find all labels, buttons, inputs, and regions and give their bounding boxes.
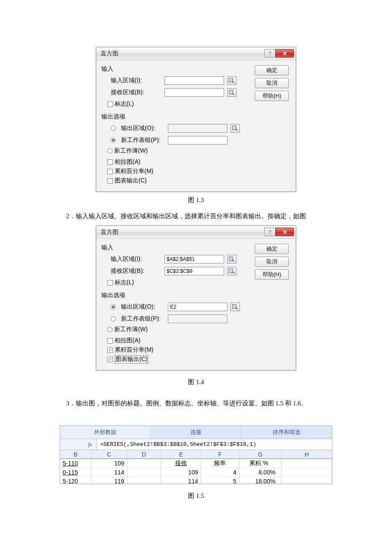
new-workbook-radio[interactable]: [107, 327, 112, 332]
cancel-button[interactable]: 取消: [255, 257, 289, 267]
pareto-checkbox[interactable]: [107, 338, 113, 344]
input-range-field[interactable]: $A$2:$A$51: [164, 255, 224, 263]
output-range-picker-icon[interactable]: [231, 303, 240, 311]
cell[interactable]: 0-115: [60, 468, 92, 477]
output-range-field[interactable]: [168, 124, 228, 133]
col-D[interactable]: D: [127, 450, 161, 459]
cum-checkbox[interactable]: [107, 347, 113, 353]
cell[interactable]: [127, 459, 161, 468]
col-C[interactable]: C: [92, 450, 127, 459]
bin-range-field[interactable]: $C$2:$C$8: [164, 267, 224, 275]
cell[interactable]: [127, 468, 161, 477]
labels-checkbox[interactable]: [107, 101, 113, 107]
cell[interactable]: 114: [92, 468, 127, 477]
new-sheet-field[interactable]: [168, 315, 228, 323]
col-F[interactable]: F: [201, 450, 239, 459]
cell[interactable]: 接收: [161, 459, 201, 468]
formula-text[interactable]: =SERIES(,Sheet2!$B$3:$B$10,Sheet2!$F$3:$…: [97, 439, 332, 450]
cell[interactable]: 8.00%: [239, 468, 282, 477]
chart-label: 图表输出(C): [115, 355, 148, 364]
help-button[interactable]: 帮助(H): [255, 91, 289, 101]
ok-button[interactable]: 确定: [255, 244, 289, 254]
histogram-dialog-2: 直方图 ? ✕ 输入 输入区域(I): $A$2:$A$51: [96, 225, 296, 370]
new-sheet-radio[interactable]: [111, 316, 116, 321]
help-button[interactable]: 帮助(H): [255, 269, 289, 280]
cell[interactable]: [282, 477, 332, 484]
figure-1-5-caption: 图 1.5: [188, 492, 204, 500]
cell[interactable]: 18.00%: [239, 477, 282, 484]
cell[interactable]: 119: [92, 477, 127, 484]
pareto-label: 柏拉图(A): [115, 337, 141, 344]
cell[interactable]: [282, 459, 332, 468]
dialog-title: 直方图: [101, 50, 118, 58]
cell[interactable]: 5-110: [60, 459, 92, 468]
cancel-button[interactable]: 取消: [255, 78, 289, 88]
col-G[interactable]: G: [239, 450, 282, 459]
new-sheet-field[interactable]: [168, 136, 228, 145]
cell[interactable]: 5: [201, 477, 239, 484]
cell[interactable]: 频率: [201, 459, 239, 468]
input-range-picker-icon[interactable]: [227, 255, 236, 263]
dialog-title: 直方图: [101, 228, 118, 236]
input-group-label: 输入: [101, 244, 251, 251]
titlebar-help-button[interactable]: ?: [264, 49, 275, 58]
ribbon-group-conn[interactable]: 连接: [151, 426, 242, 439]
labels-checkbox[interactable]: [107, 280, 113, 286]
titlebar-close-button[interactable]: ✕: [275, 49, 294, 58]
svg-rect-3: [230, 91, 232, 93]
ribbon-group-external[interactable]: 外部数据: [60, 426, 151, 439]
new-sheet-label: 新工作表组(P):: [121, 315, 164, 323]
cell[interactable]: [282, 468, 332, 477]
table-row[interactable]: 0-115 114 109 4 8.00%: [60, 468, 332, 477]
new-workbook-label: 新工作薄(W): [114, 147, 148, 155]
cell[interactable]: 109: [161, 468, 201, 477]
output-range-picker-icon[interactable]: [231, 124, 240, 133]
dialog-titlebar: 直方图 ? ✕: [96, 226, 296, 239]
cell[interactable]: 109: [92, 459, 127, 468]
input-range-field[interactable]: [164, 76, 224, 85]
col-E[interactable]: E: [161, 450, 201, 459]
input-range-label: 输入区域(I):: [111, 255, 161, 263]
chart-checkbox[interactable]: [107, 178, 113, 184]
bin-range-label: 接收区域(B):: [111, 89, 161, 96]
column-headers: B C D E F G H: [60, 450, 332, 459]
table-row[interactable]: 5-110 109 接收 频率 累积 %: [60, 459, 332, 468]
labels-checkbox-label: 标志(L): [115, 279, 134, 286]
bin-range-field[interactable]: [164, 88, 224, 97]
bin-range-picker-icon[interactable]: [227, 88, 236, 97]
cum-label: 累积百分率(M): [115, 168, 153, 175]
input-range-picker-icon[interactable]: [227, 76, 236, 85]
excel-fragment: 外部数据 连接 排序和筛选 fx =SERIES(,Sheet2!$B$3:$B…: [60, 425, 332, 484]
svg-rect-9: [230, 269, 232, 272]
cell[interactable]: 114: [161, 477, 201, 484]
new-workbook-radio[interactable]: [107, 148, 112, 153]
titlebar-close-button[interactable]: ✕: [275, 228, 294, 236]
col-H[interactable]: H: [282, 450, 332, 459]
input-group-label: 输入: [101, 65, 251, 73]
bin-range-picker-icon[interactable]: [227, 267, 236, 275]
cell[interactable]: 5-120: [60, 477, 92, 484]
output-range-label: 输出区域(O):: [121, 303, 164, 311]
new-workbook-label: 新工作薄(W): [114, 326, 148, 333]
bin-range-label: 接收区域(B):: [111, 267, 161, 275]
svg-rect-7: [230, 257, 232, 260]
output-range-radio[interactable]: [111, 304, 116, 309]
pareto-checkbox[interactable]: [107, 159, 113, 165]
new-sheet-radio[interactable]: [111, 138, 116, 143]
chart-checkbox[interactable]: [107, 357, 113, 362]
titlebar-help-button[interactable]: ?: [264, 228, 275, 236]
cell[interactable]: 累积 %: [239, 459, 282, 468]
fx-icon: fx: [60, 439, 97, 450]
col-B[interactable]: B: [60, 450, 92, 459]
output-group-label: 输出选项: [101, 113, 251, 121]
table-row[interactable]: 5-120 119 114 5 18.00%: [60, 477, 332, 484]
ribbon-group-sort[interactable]: 排序和筛选: [241, 426, 332, 439]
output-range-radio[interactable]: [111, 126, 116, 131]
cum-checkbox[interactable]: [107, 169, 113, 174]
cell[interactable]: 4: [201, 468, 239, 477]
output-range-field[interactable]: E2: [168, 303, 228, 311]
ok-button[interactable]: 确定: [255, 65, 289, 75]
cell[interactable]: [127, 477, 161, 484]
formula-bar[interactable]: fx =SERIES(,Sheet2!$B$3:$B$10,Sheet2!$F$…: [60, 439, 332, 450]
pareto-label: 柏拉图(A): [115, 158, 141, 166]
